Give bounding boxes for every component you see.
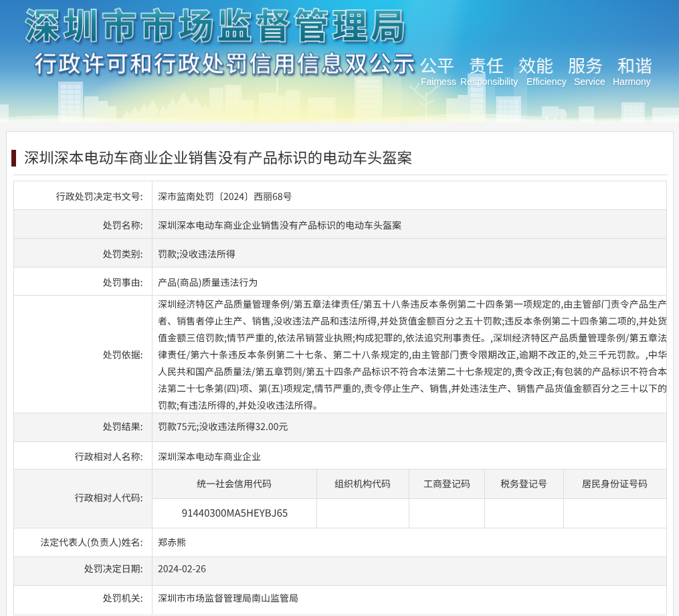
svg-text:Responsibility: Responsibility [460,76,518,87]
svg-text:Efficiency: Efficiency [526,76,567,87]
svg-text:Faimess: Faimess [421,76,456,87]
svg-text:Harmony: Harmony [613,76,651,87]
svg-text:Service: Service [574,76,605,87]
